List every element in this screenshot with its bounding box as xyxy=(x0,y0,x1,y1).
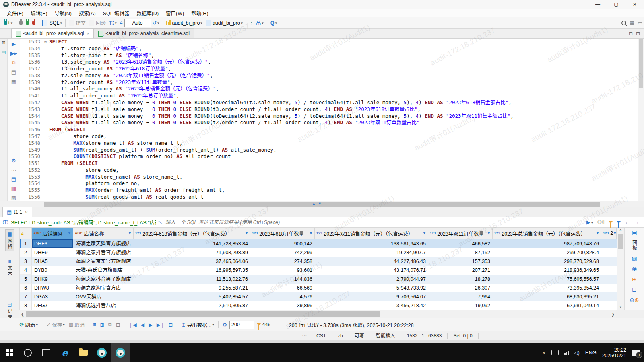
grid-cell[interactable]: DFG7 xyxy=(32,301,73,310)
grid-cell[interactable]: 19,284,907.7 xyxy=(315,248,428,257)
menu-item-5[interactable]: 数据库(D) xyxy=(133,9,162,17)
value-viewer-icon[interactable]: ▨ xyxy=(632,255,637,261)
volume-icon[interactable]: ◁) xyxy=(574,350,580,356)
grid-settings-gear-icon[interactable]: ⚙ xyxy=(221,320,229,329)
explain-plan-side-icon[interactable]: ▤ xyxy=(11,69,16,75)
custom-filter-icon[interactable] xyxy=(609,221,613,224)
quick-search-button[interactable] xyxy=(620,19,628,27)
grid-cell[interactable]: DHE9 xyxy=(32,248,73,257)
execute-new-tab-icon[interactable]: ⧉ xyxy=(12,60,15,66)
code-line[interactable]: 1549 SUM(real_goods_amt_t) + SUM(order_f… xyxy=(20,147,638,154)
column-header-5[interactable]: 1232023年双11销售金额（元）（包含运费）▼ xyxy=(315,228,428,239)
start-button[interactable] xyxy=(0,343,19,362)
filter-input[interactable] xyxy=(165,219,586,226)
disconnect-button[interactable] xyxy=(31,19,37,27)
row-number[interactable]: 2 xyxy=(20,248,32,257)
grid-cell[interactable]: 海澜之家京东官方旗舰店 xyxy=(73,257,134,266)
scrollbar-thumb[interactable] xyxy=(618,234,623,249)
dashboard-button[interactable]: ◔ xyxy=(248,19,254,27)
clear-filter-icon[interactable]: ⌫ xyxy=(597,219,605,225)
collapse-up-icon[interactable]: ▲ xyxy=(312,202,316,206)
code-line[interactable]: 1551 FROM (SELECT xyxy=(20,160,638,167)
apply-filter-play-icon[interactable]: ▶▾ xyxy=(586,219,593,225)
grid-cell[interactable]: 68,630,395.21 xyxy=(493,292,601,301)
table-row[interactable]: 4DYB0天猫-英氏官方旗舰店16,995,597.3593,60143,174… xyxy=(20,266,617,275)
grid-cell[interactable]: 298,770,529.68 xyxy=(493,257,601,266)
lock-button[interactable]: 🔒︎ xyxy=(118,19,124,27)
sql-editor-button[interactable]: SQL▾ xyxy=(41,19,64,27)
cancel-button[interactable]: ⊠ 取消 xyxy=(67,320,86,329)
duplicate-row-button[interactable]: ⧉ xyxy=(107,320,114,329)
column-dropdown-icon[interactable]: ▼ xyxy=(423,231,426,235)
column-header-6[interactable]: 1232023年双11订单数量▼ xyxy=(428,228,493,239)
column-dropdown-icon[interactable]: ▼ xyxy=(613,231,617,235)
connect-button[interactable] xyxy=(18,19,24,27)
row-number[interactable]: 7 xyxy=(20,292,32,301)
grid-cell[interactable]: 海澜之家抖音男子旗舰店 xyxy=(73,275,134,284)
grid-cell[interactable]: 141,728,853.84 xyxy=(134,239,250,248)
table-row[interactable]: 7DGA3OVV天猫店5,402,854.574,5769,706,564.07… xyxy=(20,292,617,301)
code-line[interactable]: 1548 MAX(store_name_t) AS store_name_t_t… xyxy=(20,140,638,147)
menu-item-6[interactable]: 窗口(W) xyxy=(162,9,188,17)
add-row-button[interactable]: ⊞ xyxy=(99,320,106,329)
code-line[interactable]: 1546FROM (SELECT xyxy=(20,126,638,133)
panel-sash-toggle[interactable]: ▲▼ xyxy=(312,202,322,206)
side-tab-网格[interactable]: ▦网格 xyxy=(5,229,14,251)
touch-keyboard-icon[interactable] xyxy=(551,350,559,355)
refresh-button[interactable]: ⟳ 刷新▾ xyxy=(18,320,39,329)
grid-cell[interactable]: 2,510,305.87 xyxy=(134,301,250,310)
grid-cell[interactable]: 7,964 xyxy=(428,292,493,301)
grid-cell[interactable]: 299,700,828.4 xyxy=(493,248,601,257)
grid-cell[interactable]: 71,903,298.89 xyxy=(134,248,250,257)
code-line[interactable]: 1538 t2.sale_money AS "2023年双11销售金额（元）（包… xyxy=(20,72,638,79)
more-status-icon[interactable]: ⋯ xyxy=(277,322,283,328)
grid-cell[interactable]: 9,255,587.21 xyxy=(134,284,250,292)
grid-cell[interactable]: 11,513,022.76 xyxy=(134,275,250,284)
database-select[interactable]: audit_bi_pro▾ xyxy=(165,19,204,27)
scroll-up-icon[interactable]: ∧ xyxy=(617,228,624,232)
commit-mode-select[interactable]: Auto xyxy=(124,19,151,27)
prev-page-button[interactable]: ◀ xyxy=(139,320,147,329)
next-page-button[interactable]: ▶ xyxy=(147,320,154,329)
column-dropdown-icon[interactable]: ▼ xyxy=(309,231,313,235)
grid-cell[interactable]: 742,299 xyxy=(250,248,315,257)
grid-cell[interactable]: 海澜之家天猫官方旗舰店 xyxy=(73,239,134,248)
grid-cell[interactable]: 39,896 xyxy=(250,301,315,310)
grid-cell[interactable]: 44,227,486.43 xyxy=(315,257,428,266)
code-line[interactable]: 1545 CASE WHEN t1.all_sale_money = 0 THE… xyxy=(20,119,638,126)
grid-cell[interactable]: 75,605,556.57 xyxy=(493,275,601,284)
row-number[interactable]: 5 xyxy=(20,275,32,284)
menu-item-1[interactable]: 编辑(E) xyxy=(27,9,51,17)
record-mode-icon[interactable]: ⊟ xyxy=(632,286,637,293)
grid-cell[interactable]: 157,353 xyxy=(428,257,493,266)
code-line[interactable]: 1540 t1.all_sale_money AS "2023年总销售金额（元）… xyxy=(20,86,638,93)
grid-cell[interactable]: 2,790,044.97 xyxy=(315,275,428,284)
code-line[interactable]: 1553 MAX(store_name) AS store_name_t, xyxy=(20,174,638,181)
toolbar-search-button[interactable]: Q▾ xyxy=(269,19,279,27)
code-line[interactable]: 1555 MAX(order_freight_amt) AS order_fre… xyxy=(20,187,638,194)
row-number[interactable]: 3 xyxy=(20,257,32,266)
maximize-button[interactable]: ▢ xyxy=(607,0,625,9)
column-dropdown-icon[interactable]: ▼ xyxy=(245,231,248,235)
schema-select[interactable]: audit_bi_pro▾ xyxy=(204,19,244,27)
statusbar-segment-4[interactable]: 1532 : 1 : 63883 xyxy=(401,333,448,339)
grid-cell[interactable]: DHF3 xyxy=(32,239,73,248)
taskbar-search-button[interactable] xyxy=(19,343,37,362)
menu-item-3[interactable]: 搜索(A) xyxy=(75,9,99,17)
tab-analysis-cleartime-sql[interactable]: <audit_bi_pro> analysis_cleartime.sql xyxy=(94,28,194,38)
code-line[interactable]: 1533⊖SELECT xyxy=(20,39,638,45)
column-header-8[interactable]: 1232▼ xyxy=(601,228,617,239)
transaction-mode-button[interactable]: T⁚▾ xyxy=(107,19,118,27)
grid-cell[interactable]: 900,142 xyxy=(250,239,315,248)
calc-panel-icon[interactable]: ◉ xyxy=(632,265,637,272)
table-row[interactable]: 3DHA5海澜之家京东官方旗舰店37,465,064.06274,35844,2… xyxy=(20,257,617,266)
code-area[interactable]: 1533⊖SELECT1534 t1.store_code AS "店铺编码",… xyxy=(20,39,638,201)
table-row[interactable]: 8DFG7海澜优选抖音八店2,510,305.8739,8963,456,218… xyxy=(20,301,617,310)
fetch-size-input[interactable] xyxy=(229,321,254,329)
code-line[interactable]: 1554 platform_order_no, xyxy=(20,180,638,187)
error-log-icon[interactable]: ▥ xyxy=(11,185,16,191)
grid-cell[interactable]: 466,582 xyxy=(428,239,493,248)
grid-cell[interactable]: 144,836 xyxy=(250,275,315,284)
side-tab-文本[interactable]: ≡文本 xyxy=(6,257,14,278)
column-dropdown-icon[interactable]: ▼ xyxy=(487,231,491,235)
